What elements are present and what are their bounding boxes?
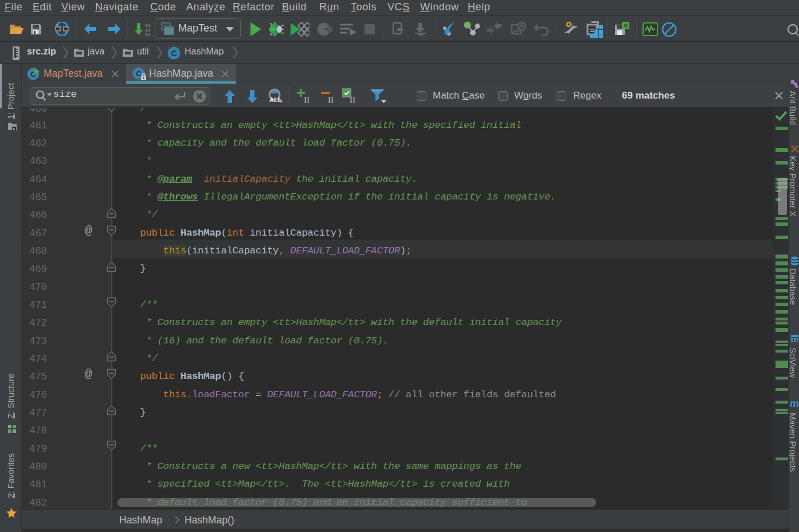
svg-text:II: II xyxy=(304,96,310,104)
svg-text:II: II xyxy=(328,96,334,104)
svg-text:C: C xyxy=(171,49,177,58)
svg-text:C: C xyxy=(136,69,142,78)
svg-text:II: II xyxy=(350,96,355,104)
svg-text:01: 01 xyxy=(145,32,151,36)
svg-text:ALL: ALL xyxy=(269,96,282,103)
